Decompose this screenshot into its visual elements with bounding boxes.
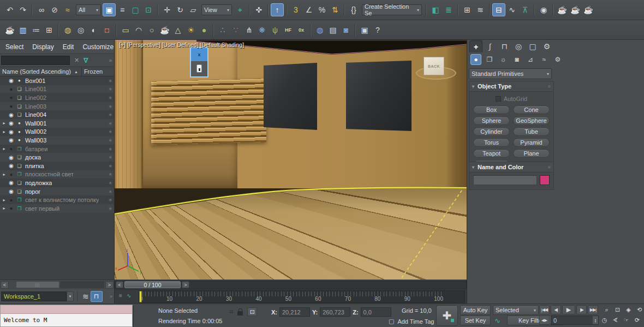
scene-explorer-column-header[interactable]: Name (Sorted Ascending) ▲ Frozen (0, 67, 114, 76)
tube-button[interactable]: Tube (513, 127, 550, 136)
expand-arrow-icon[interactable]: ▸ (1, 146, 7, 151)
align-icon[interactable]: ≣ (442, 3, 455, 16)
visibility-eye-icon[interactable]: ◉ (7, 120, 15, 126)
select-and-rotate-icon[interactable]: ↻ (174, 3, 187, 16)
hair-fur-icon[interactable]: HF (282, 23, 295, 37)
row-svet-k-volnistomu-potolku[interactable]: ▸ ● ❐ свет к волнистому потолку ∗ (0, 195, 114, 204)
snap-3d-icon[interactable]: 3 (289, 3, 302, 16)
teapot-button[interactable]: Teapot (473, 149, 510, 158)
circle-create-icon[interactable]: ○ (145, 23, 158, 37)
prev-frame-button[interactable]: ◀| (551, 305, 561, 314)
window-crossing-icon[interactable]: ⊡ (142, 3, 155, 16)
curve-editor-icon[interactable]: ∿ (505, 3, 518, 16)
category-systems-icon[interactable]: ⚙ (552, 54, 563, 65)
object-name-field[interactable] (473, 175, 537, 185)
key-mode-toggle-icon[interactable]: ◀▶ (539, 316, 550, 325)
expand-arrow-icon[interactable]: ▸ (1, 129, 7, 134)
render-presets-icon[interactable]: ≔ (29, 23, 43, 37)
teapot-create-icon[interactable]: ☕ (158, 23, 171, 37)
play-button[interactable]: ▶ (562, 305, 575, 314)
visibility-eye-icon[interactable]: ◉ (7, 129, 15, 135)
visibility-eye-icon[interactable]: ● (7, 171, 15, 177)
visibility-eye-icon[interactable]: ● (7, 146, 15, 152)
schematic-view-icon[interactable]: ⊼ (518, 3, 532, 16)
edit-selection-sets-icon[interactable]: {} (347, 3, 360, 16)
visibility-eye-icon[interactable]: ● (7, 197, 15, 203)
workspace-dropdown[interactable]: Workspace_1 (1, 292, 67, 301)
render-setup-icon[interactable]: ☕ (556, 3, 569, 16)
camera-rig-icon[interactable]: ⋔ (242, 23, 255, 37)
select-and-link-icon[interactable]: ∞ (35, 3, 48, 16)
visibility-eye-icon[interactable]: ◉ (7, 188, 15, 194)
dome-create-icon[interactable]: ◠ (132, 23, 145, 37)
rendered-frame-icon[interactable]: ☕ (569, 3, 582, 16)
select-and-scale-icon[interactable]: ▱ (187, 3, 200, 16)
next-frame-button[interactable]: |▶ (576, 305, 587, 314)
shade-toggle-icon[interactable]: ◐ (87, 23, 100, 37)
filter-icon[interactable]: ∇ (84, 57, 88, 64)
plane-button[interactable]: Plane (513, 149, 550, 158)
absolute-mode-icon[interactable]: ⊡ (247, 307, 257, 316)
cone-button[interactable]: Cone (513, 105, 550, 114)
expand-arrow-icon[interactable]: ▸ (1, 121, 7, 126)
visibility-eye-icon[interactable]: ◉ (7, 112, 15, 118)
viewcube-face-label[interactable]: BACK (428, 64, 440, 68)
expand-arrow-icon[interactable]: ▸ (1, 198, 7, 203)
y-coordinate-field[interactable]: 260,723 (320, 307, 350, 317)
tab-hierarchy[interactable]: ⊓ (498, 40, 511, 52)
category-shapes-icon[interactable]: ❐ (484, 54, 495, 65)
keyboard-override-icon[interactable]: ↑ (271, 3, 284, 16)
object-color-swatch[interactable] (540, 175, 550, 185)
scroll-left-button[interactable]: < (1, 281, 9, 289)
rendered-image-icon[interactable]: ▥ (16, 23, 29, 37)
visibility-eye-icon[interactable]: ◉ (7, 78, 15, 84)
torus-button[interactable]: Torus (473, 138, 510, 147)
molecule-icon[interactable]: ∵ (229, 23, 242, 37)
x-coordinate-field[interactable]: 20,212 (279, 307, 310, 317)
floating-caddy-widget[interactable]: x (190, 47, 208, 78)
zoom-region-icon[interactable]: ⊡ (612, 305, 623, 314)
layers-icon[interactable]: ≋ (82, 292, 89, 301)
row-plitka[interactable]: ◉ ❏ плитка ∗ (0, 162, 114, 170)
row-batarei[interactable]: ▸ ● ❐ батареи ∗ (0, 145, 114, 153)
set-keys-button[interactable]: ✚ (436, 305, 458, 326)
reference-coordinate-dropdown[interactable]: View ▾ (201, 4, 232, 15)
visibility-eye-icon[interactable]: ◉ (7, 163, 15, 169)
row-wall002[interactable]: ▸ ◉ ● Wall002 ∗ (0, 128, 114, 136)
select-and-manipulate-icon[interactable]: ✜ (252, 3, 265, 16)
grass-icon[interactable]: ψ (269, 23, 282, 37)
sun-create-icon[interactable]: ☀ (184, 23, 198, 37)
cylinder-button[interactable]: Cylinder (473, 127, 510, 136)
goto-end-button[interactable]: ▶▶| (588, 305, 598, 314)
material-sphere-icon[interactable]: ◍ (313, 23, 326, 37)
visibility-eye-icon[interactable]: ◉ (7, 180, 15, 186)
row-box001[interactable]: ◉ ● Box001 ∗ (0, 76, 114, 85)
sphere-button[interactable]: Sphere (473, 116, 510, 125)
track-bar-ruler[interactable]: 0102030405060708090100 (139, 290, 465, 303)
auto-key-button[interactable]: Auto Key (460, 305, 491, 315)
autogrid-checkbox[interactable] (496, 96, 501, 102)
spinner-snap-icon[interactable]: ⇅ (329, 3, 342, 16)
expand-arrow-icon[interactable]: ▸ (1, 206, 7, 211)
visibility-eye-icon[interactable]: ● (7, 86, 15, 92)
camera-view-icon[interactable]: ◎ (74, 23, 87, 37)
time-configuration-icon[interactable]: ◷ (599, 316, 610, 325)
expand-arrow-icon[interactable]: ▸ (1, 172, 7, 177)
selection-filter-dropdown[interactable]: All ▾ (76, 4, 101, 15)
pan-hand-icon[interactable]: ☞ (621, 316, 631, 325)
add-time-tag-label[interactable]: Add Time Tag (397, 318, 434, 325)
put-material-icon[interactable]: ▤ (326, 23, 339, 37)
key-mode-curve-icon[interactable]: ∿ (494, 317, 500, 325)
viewcube[interactable]: BACK (424, 57, 444, 75)
background-window-titlebar[interactable] (1, 305, 132, 314)
current-frame-marker[interactable] (139, 291, 142, 302)
scrollbar-track[interactable] (60, 281, 104, 288)
track-list-icon[interactable]: ≡ (119, 293, 122, 299)
row-wall001[interactable]: ▸ ◉ ● Wall001 ∗ (0, 119, 114, 128)
orbit-icon[interactable]: ⟳ (632, 316, 642, 325)
object-type-rollout-header[interactable]: ▾ Object Type ≡ (469, 81, 554, 92)
env-flower-icon[interactable]: ❋ (255, 23, 269, 37)
rectangular-selection-icon[interactable]: ▢ (129, 3, 142, 16)
cone-create-icon[interactable]: △ (171, 23, 184, 37)
overflow-chevrons-icon[interactable]: » (109, 57, 112, 63)
